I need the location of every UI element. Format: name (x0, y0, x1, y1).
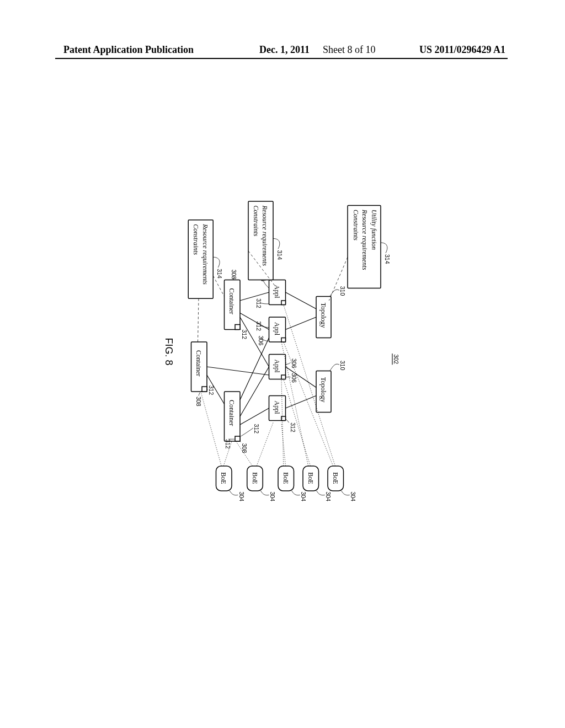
annotation-314a-line3: Constraints (352, 210, 360, 240)
ref-312-g: 312 (241, 330, 248, 340)
ref-308-3: 308 (195, 397, 202, 406)
svg-rect-23 (188, 220, 213, 299)
ref-302: 302 (393, 355, 399, 365)
ref-312-e: 312 (225, 439, 231, 449)
leader-304-5 (230, 491, 238, 495)
svg-rect-8 (281, 375, 286, 379)
ref-304-4: 304 (269, 492, 276, 502)
page: Patent Application Publication Dec. 1, 2… (0, 0, 565, 728)
header-rule (55, 58, 508, 59)
topology-b-label: Topology (319, 377, 327, 403)
annotation-314b-line1: Resource requirements (261, 205, 269, 266)
ref-314c: 314 (216, 269, 223, 279)
annotation-314a-line1: Utility function (370, 210, 378, 250)
boe-box-2: BoE 304 (303, 466, 332, 501)
leader-312-f (241, 428, 254, 436)
ref-314b: 314 (276, 250, 283, 260)
annotation-box-314a: Utility function Resource requirements C… (348, 206, 391, 288)
edge-appl2-cont2 (240, 338, 269, 400)
leader-314c (213, 257, 220, 267)
ref-312-a: 312 (255, 298, 262, 308)
svg-rect-14 (235, 436, 240, 441)
dot-boe3-appl3 (281, 379, 284, 467)
svg-rect-22 (248, 201, 273, 280)
boe-3-label: BoE (282, 472, 290, 484)
boe-5-label: BoE (220, 472, 227, 484)
dash-314c-cont1 (213, 276, 224, 297)
boe-column: BoE 304 BoE 304 BoE 304 (216, 466, 357, 501)
figure-caption: FIG. 8 (163, 338, 174, 366)
appl-4-label: Appl (273, 401, 281, 415)
ref-306-3: 306 (291, 358, 297, 368)
topology-box-a: Topology 310 (316, 286, 346, 338)
header-date: Dec. 1, 2011 (259, 44, 310, 56)
container-2-label: Container (228, 400, 236, 426)
leader-304-3 (292, 491, 300, 495)
appl-box-4: Appl (269, 396, 286, 421)
appl-2-label: Appl (273, 322, 281, 336)
ref-310b: 310 (339, 361, 346, 371)
boe-2-label: BoE (307, 472, 315, 484)
leader-308-3 (199, 393, 200, 396)
appl-box-3: Appl (269, 355, 286, 379)
dot-boe2-appl (284, 379, 311, 467)
ref-308-2: 308 (241, 443, 248, 453)
leader-306-3 (286, 363, 291, 365)
annotation-314c-line1: Resource requirements (201, 223, 209, 285)
container-3-label: Container (195, 350, 202, 376)
boe-box-1: BoE 304 (328, 466, 356, 501)
edge-topoB-appl4 (286, 396, 317, 409)
figure-8-diagram: 302 Utility function Resource requiremen… (61, 193, 502, 524)
leader-304-4 (261, 491, 269, 495)
ref-314a: 314 (384, 254, 391, 264)
svg-rect-4 (281, 301, 286, 305)
container-box-2: Container (225, 392, 241, 441)
container-box-3: Container (191, 342, 207, 392)
annotation-314c-line2: Constraints (192, 224, 200, 255)
edge-appl2-cont1 (240, 313, 269, 330)
edge-appl4-cont2 (240, 408, 269, 425)
topology-box-b: Topology 310 (316, 361, 346, 413)
leader-304-2 (317, 491, 325, 495)
leader-310b (330, 364, 339, 371)
header-pub-number: US 2011/0296429 A1 (419, 44, 505, 56)
svg-rect-16 (202, 387, 207, 392)
leader-314a (381, 243, 387, 253)
ref-306-4: 306 (291, 373, 297, 383)
appl-3-label: Appl (273, 360, 281, 373)
ref-306-2: 306 (258, 336, 264, 346)
edge-appl3-cont3 (207, 367, 269, 375)
leader-314b (273, 239, 280, 249)
appl-1-label: Appl (273, 285, 281, 299)
annotation-314a-line2: Resource requirements (361, 209, 369, 270)
annotation-314b-line2: Constraints (252, 206, 260, 237)
header-sheet: Sheet 8 of 10 (323, 44, 375, 56)
boe-1-label: BoE (332, 472, 339, 484)
ref-308-1: 308 (231, 270, 237, 280)
container-box-1: Container (225, 280, 241, 330)
svg-rect-10 (281, 416, 286, 421)
appl-box-1: Appl (269, 280, 286, 305)
ref-312-c: 312 (290, 422, 296, 432)
edge-topoA-appl2 (286, 317, 317, 330)
leader-312-c (286, 419, 289, 423)
svg-rect-12 (235, 325, 240, 330)
boe-box-4: BoE 304 (247, 466, 276, 501)
boe-box-5: BoE 304 (216, 466, 245, 501)
edge-appl1-cont1 (240, 292, 269, 301)
appl-box-2: Appl (269, 317, 286, 342)
ref-304-1: 304 (350, 492, 356, 502)
annotation-box-314b: Resource requirements Constraints 314 (248, 201, 283, 280)
annotation-box-314c: Resource requirements Constraints 314 (188, 220, 223, 299)
dot-boe5-cont3 (201, 392, 222, 466)
boe-4-label: BoE (251, 472, 259, 484)
ref-312-d: 312 (208, 386, 215, 395)
ref-304-3: 304 (300, 492, 307, 502)
container-1-label: Container (228, 288, 236, 314)
ref-310a: 310 (339, 286, 346, 296)
ref-304-5: 304 (238, 492, 245, 502)
ref-304-2: 304 (325, 492, 332, 502)
dash-314c-cont3 (198, 298, 199, 342)
topology-a-label: Topology (319, 303, 327, 328)
header-pub-type: Patent Application Publication (63, 44, 194, 56)
